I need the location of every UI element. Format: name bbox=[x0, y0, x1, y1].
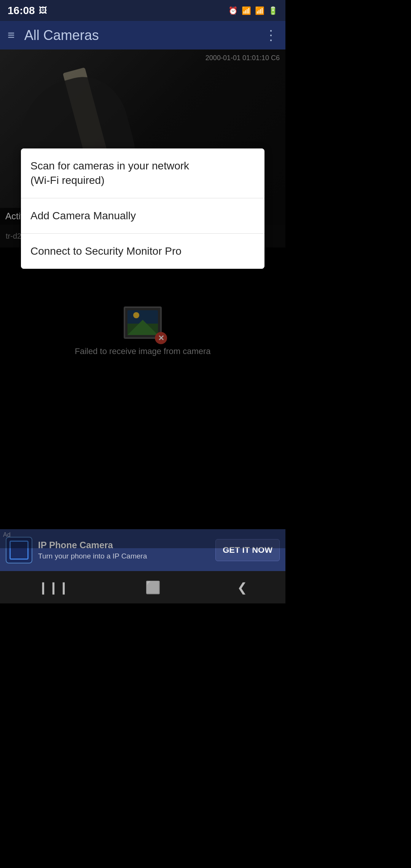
status-time: 16:08 bbox=[8, 5, 35, 17]
toolbar: ≡ All Cameras ⋮ bbox=[0, 21, 285, 49]
popup-item-scan-line2[interactable]: (Wi-Fi required) bbox=[21, 172, 264, 198]
battery-icon: 🔋 bbox=[268, 6, 278, 15]
status-left: 16:08 🖼 bbox=[8, 5, 47, 17]
photo-icon: 🖼 bbox=[39, 6, 47, 16]
popup-item-connect-smp[interactable]: Connect to Security Monitor Pro bbox=[21, 234, 264, 269]
popup-overlay[interactable] bbox=[0, 49, 285, 548]
nav-bar: ❙❙❙ ⬜ ❮ bbox=[0, 571, 285, 603]
nav-home-button[interactable]: ⬜ bbox=[134, 576, 172, 598]
nav-recent-button[interactable]: ❙❙❙ bbox=[27, 576, 80, 598]
more-options-icon[interactable]: ⋮ bbox=[264, 27, 278, 43]
popup-menu: Scan for cameras in your network (Wi-Fi … bbox=[21, 148, 264, 269]
alarm-icon: ⏰ bbox=[228, 6, 238, 15]
status-right: ⏰ 📶 📶 🔋 bbox=[228, 6, 278, 15]
menu-icon[interactable]: ≡ bbox=[8, 28, 15, 42]
nav-back-button[interactable]: ❮ bbox=[226, 576, 259, 598]
popup-item-add-camera[interactable]: Add Camera Manually bbox=[21, 198, 264, 234]
ad-app-desc: Turn your phone into a IP Camera bbox=[38, 552, 210, 560]
wifi-icon: 📶 bbox=[242, 6, 251, 15]
status-bar: 16:08 🖼 ⏰ 📶 📶 🔋 bbox=[0, 0, 285, 21]
page-title: All Cameras bbox=[24, 27, 264, 43]
signal-icon: 📶 bbox=[255, 6, 264, 15]
popup-item-scan-line1[interactable]: Scan for cameras in your network bbox=[21, 148, 264, 172]
